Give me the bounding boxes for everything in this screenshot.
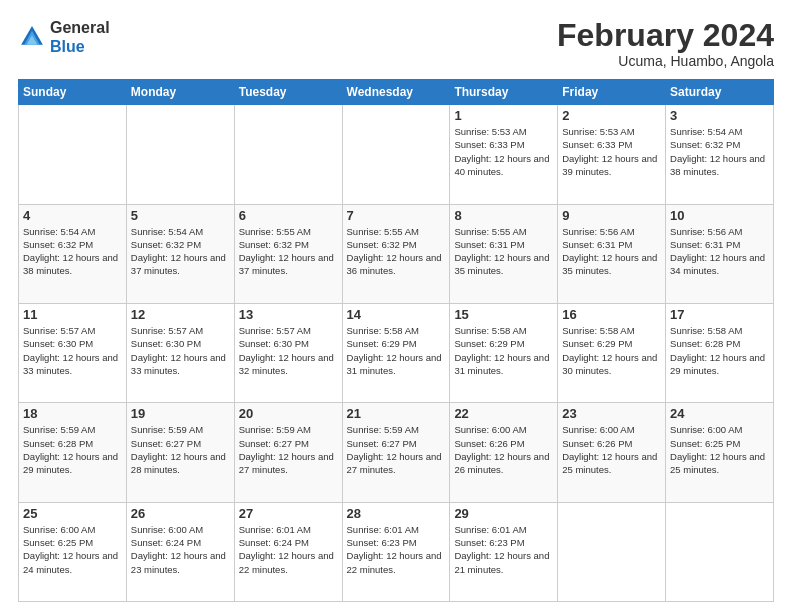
logo-general-text: General — [50, 19, 110, 36]
table-row: 16Sunrise: 5:58 AMSunset: 6:29 PMDayligh… — [558, 303, 666, 402]
day-number: 11 — [23, 307, 122, 322]
day-info: Sunrise: 5:53 AMSunset: 6:33 PMDaylight:… — [454, 125, 553, 178]
table-row — [19, 105, 127, 204]
day-number: 5 — [131, 208, 230, 223]
day-number: 4 — [23, 208, 122, 223]
table-row: 5Sunrise: 5:54 AMSunset: 6:32 PMDaylight… — [126, 204, 234, 303]
calendar-header-row: Sunday Monday Tuesday Wednesday Thursday… — [19, 80, 774, 105]
table-row: 27Sunrise: 6:01 AMSunset: 6:24 PMDayligh… — [234, 502, 342, 601]
logo: General Blue — [18, 18, 110, 56]
day-info: Sunrise: 5:57 AMSunset: 6:30 PMDaylight:… — [23, 324, 122, 377]
table-row: 21Sunrise: 5:59 AMSunset: 6:27 PMDayligh… — [342, 403, 450, 502]
day-info: Sunrise: 5:59 AMSunset: 6:27 PMDaylight:… — [239, 423, 338, 476]
col-monday: Monday — [126, 80, 234, 105]
day-info: Sunrise: 6:01 AMSunset: 6:23 PMDaylight:… — [347, 523, 446, 576]
day-number: 2 — [562, 108, 661, 123]
day-info: Sunrise: 5:54 AMSunset: 6:32 PMDaylight:… — [670, 125, 769, 178]
col-thursday: Thursday — [450, 80, 558, 105]
logo-icon — [18, 23, 46, 51]
table-row: 22Sunrise: 6:00 AMSunset: 6:26 PMDayligh… — [450, 403, 558, 502]
calendar-week-row: 4Sunrise: 5:54 AMSunset: 6:32 PMDaylight… — [19, 204, 774, 303]
table-row: 23Sunrise: 6:00 AMSunset: 6:26 PMDayligh… — [558, 403, 666, 502]
day-info: Sunrise: 6:00 AMSunset: 6:24 PMDaylight:… — [131, 523, 230, 576]
table-row: 20Sunrise: 5:59 AMSunset: 6:27 PMDayligh… — [234, 403, 342, 502]
table-row: 13Sunrise: 5:57 AMSunset: 6:30 PMDayligh… — [234, 303, 342, 402]
table-row: 4Sunrise: 5:54 AMSunset: 6:32 PMDaylight… — [19, 204, 127, 303]
day-info: Sunrise: 5:58 AMSunset: 6:29 PMDaylight:… — [562, 324, 661, 377]
day-number: 15 — [454, 307, 553, 322]
day-info: Sunrise: 5:59 AMSunset: 6:28 PMDaylight:… — [23, 423, 122, 476]
day-number: 19 — [131, 406, 230, 421]
day-number: 26 — [131, 506, 230, 521]
table-row: 19Sunrise: 5:59 AMSunset: 6:27 PMDayligh… — [126, 403, 234, 502]
col-saturday: Saturday — [666, 80, 774, 105]
day-info: Sunrise: 5:58 AMSunset: 6:29 PMDaylight:… — [347, 324, 446, 377]
col-tuesday: Tuesday — [234, 80, 342, 105]
table-row: 8Sunrise: 5:55 AMSunset: 6:31 PMDaylight… — [450, 204, 558, 303]
table-row: 1Sunrise: 5:53 AMSunset: 6:33 PMDaylight… — [450, 105, 558, 204]
day-number: 12 — [131, 307, 230, 322]
day-number: 13 — [239, 307, 338, 322]
day-number: 14 — [347, 307, 446, 322]
month-title: February 2024 — [557, 18, 774, 53]
table-row — [126, 105, 234, 204]
location-text: Ucuma, Huambo, Angola — [557, 53, 774, 69]
table-row: 26Sunrise: 6:00 AMSunset: 6:24 PMDayligh… — [126, 502, 234, 601]
table-row: 29Sunrise: 6:01 AMSunset: 6:23 PMDayligh… — [450, 502, 558, 601]
calendar-week-row: 11Sunrise: 5:57 AMSunset: 6:30 PMDayligh… — [19, 303, 774, 402]
day-info: Sunrise: 5:57 AMSunset: 6:30 PMDaylight:… — [239, 324, 338, 377]
day-info: Sunrise: 5:55 AMSunset: 6:31 PMDaylight:… — [454, 225, 553, 278]
day-info: Sunrise: 5:54 AMSunset: 6:32 PMDaylight:… — [131, 225, 230, 278]
table-row: 10Sunrise: 5:56 AMSunset: 6:31 PMDayligh… — [666, 204, 774, 303]
day-info: Sunrise: 5:55 AMSunset: 6:32 PMDaylight:… — [239, 225, 338, 278]
day-number: 20 — [239, 406, 338, 421]
day-info: Sunrise: 6:00 AMSunset: 6:25 PMDaylight:… — [670, 423, 769, 476]
col-wednesday: Wednesday — [342, 80, 450, 105]
day-info: Sunrise: 6:01 AMSunset: 6:23 PMDaylight:… — [454, 523, 553, 576]
table-row: 14Sunrise: 5:58 AMSunset: 6:29 PMDayligh… — [342, 303, 450, 402]
table-row — [342, 105, 450, 204]
table-row: 11Sunrise: 5:57 AMSunset: 6:30 PMDayligh… — [19, 303, 127, 402]
day-info: Sunrise: 5:57 AMSunset: 6:30 PMDaylight:… — [131, 324, 230, 377]
day-info: Sunrise: 5:58 AMSunset: 6:29 PMDaylight:… — [454, 324, 553, 377]
day-number: 28 — [347, 506, 446, 521]
day-number: 7 — [347, 208, 446, 223]
col-friday: Friday — [558, 80, 666, 105]
day-number: 18 — [23, 406, 122, 421]
title-block: February 2024 Ucuma, Huambo, Angola — [557, 18, 774, 69]
table-row — [234, 105, 342, 204]
table-row: 7Sunrise: 5:55 AMSunset: 6:32 PMDaylight… — [342, 204, 450, 303]
table-row: 15Sunrise: 5:58 AMSunset: 6:29 PMDayligh… — [450, 303, 558, 402]
day-info: Sunrise: 6:00 AMSunset: 6:25 PMDaylight:… — [23, 523, 122, 576]
table-row: 18Sunrise: 5:59 AMSunset: 6:28 PMDayligh… — [19, 403, 127, 502]
day-number: 1 — [454, 108, 553, 123]
page-header: General Blue February 2024 Ucuma, Huambo… — [18, 18, 774, 69]
day-info: Sunrise: 6:00 AMSunset: 6:26 PMDaylight:… — [562, 423, 661, 476]
table-row — [666, 502, 774, 601]
table-row: 24Sunrise: 6:00 AMSunset: 6:25 PMDayligh… — [666, 403, 774, 502]
day-info: Sunrise: 5:59 AMSunset: 6:27 PMDaylight:… — [131, 423, 230, 476]
day-info: Sunrise: 6:01 AMSunset: 6:24 PMDaylight:… — [239, 523, 338, 576]
day-info: Sunrise: 5:54 AMSunset: 6:32 PMDaylight:… — [23, 225, 122, 278]
calendar-table: Sunday Monday Tuesday Wednesday Thursday… — [18, 79, 774, 602]
table-row — [558, 502, 666, 601]
day-number: 9 — [562, 208, 661, 223]
day-number: 24 — [670, 406, 769, 421]
day-number: 6 — [239, 208, 338, 223]
day-info: Sunrise: 5:56 AMSunset: 6:31 PMDaylight:… — [562, 225, 661, 278]
table-row: 28Sunrise: 6:01 AMSunset: 6:23 PMDayligh… — [342, 502, 450, 601]
day-number: 22 — [454, 406, 553, 421]
day-number: 16 — [562, 307, 661, 322]
day-number: 21 — [347, 406, 446, 421]
day-number: 29 — [454, 506, 553, 521]
day-number: 3 — [670, 108, 769, 123]
day-info: Sunrise: 5:59 AMSunset: 6:27 PMDaylight:… — [347, 423, 446, 476]
table-row: 2Sunrise: 5:53 AMSunset: 6:33 PMDaylight… — [558, 105, 666, 204]
day-number: 23 — [562, 406, 661, 421]
table-row: 3Sunrise: 5:54 AMSunset: 6:32 PMDaylight… — [666, 105, 774, 204]
day-number: 17 — [670, 307, 769, 322]
calendar-week-row: 1Sunrise: 5:53 AMSunset: 6:33 PMDaylight… — [19, 105, 774, 204]
day-number: 10 — [670, 208, 769, 223]
day-info: Sunrise: 5:56 AMSunset: 6:31 PMDaylight:… — [670, 225, 769, 278]
day-info: Sunrise: 5:53 AMSunset: 6:33 PMDaylight:… — [562, 125, 661, 178]
